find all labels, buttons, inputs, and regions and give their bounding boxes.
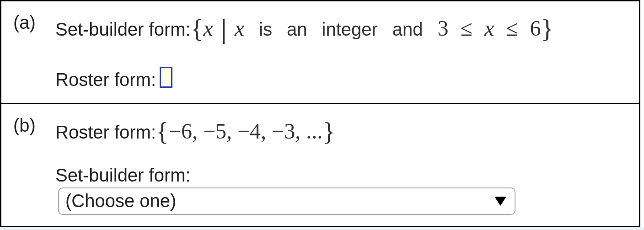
upper-bound: 6 [530, 16, 541, 40]
le-symbol-2: ≤ [506, 16, 518, 40]
roster-form-label-b: Roster form: [55, 122, 156, 143]
var-x-3: x [484, 16, 494, 40]
word-is: is [259, 19, 272, 39]
right-brace-b: } [322, 117, 335, 146]
part-a-setbuilder-line: Set-builder form: {x x is an integer and… [55, 11, 627, 43]
part-b-builder-line: Set-builder form: (Choose one) [55, 165, 627, 213]
part-a-content: Set-builder form: {x x is an integer and… [55, 11, 627, 90]
roster-form-label: Roster form: [55, 70, 156, 90]
var-x-2: x [235, 16, 244, 40]
set-builder-dropdown[interactable]: (Choose one) [58, 187, 515, 215]
builder-form-label-b: Set-builder form: [55, 165, 191, 186]
part-b-label: (b) [13, 114, 43, 136]
var-x-1: x [204, 16, 213, 40]
part-b-row: (b) Roster form: {−6, −5, −4, −3, ...} S… [1, 104, 639, 226]
dropdown-selected-text: (Choose one) [65, 191, 176, 211]
part-b-roster-line: Roster form: {−6, −5, −4, −3, ...} [55, 114, 627, 145]
roster-answer-input[interactable] [160, 67, 172, 88]
part-a-roster-line: Roster form: [55, 65, 627, 90]
left-brace-b: { [156, 117, 169, 146]
left-brace: { [191, 14, 204, 43]
lower-bound: 3 [438, 16, 449, 40]
le-symbol-1: ≤ [461, 16, 472, 40]
part-b-content: Roster form: {−6, −5, −4, −3, ...} Set-b… [55, 114, 627, 213]
set-builder-expression: {x x is an integer and 3 ≤ x ≤ 6} [191, 11, 554, 43]
word-an: an [287, 19, 307, 39]
word-and: and [392, 19, 423, 39]
part-a-row: (a) Set-builder form: {x x is an integer… [1, 1, 639, 104]
chevron-down-icon [494, 197, 506, 206]
right-brace: } [541, 14, 554, 43]
roster-values: −6, −5, −4, −3, ... [169, 119, 322, 143]
roster-set-expression: {−6, −5, −4, −3, ...} [156, 114, 335, 145]
set-builder-prefix: Set-builder form: [55, 19, 191, 40]
footer-strip [0, 227, 644, 230]
part-a-label: (a) [13, 11, 43, 33]
word-integer: integer [322, 19, 378, 39]
such-that-bar [223, 19, 225, 44]
